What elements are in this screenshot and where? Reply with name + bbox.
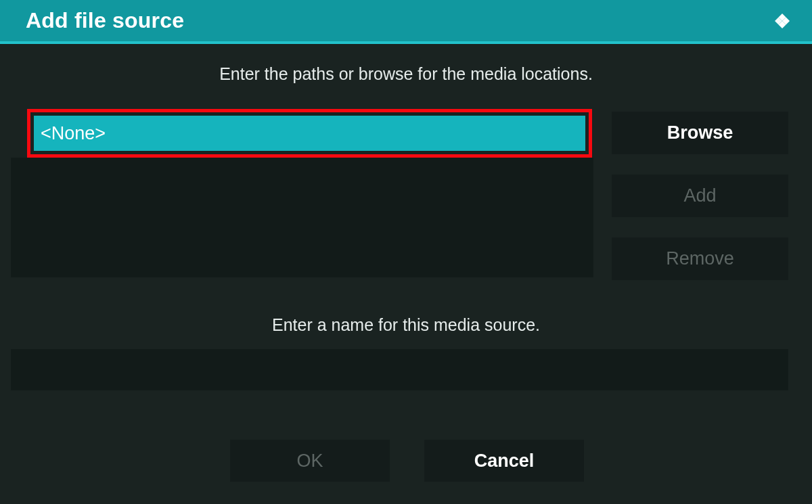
dialog-title: Add file source (26, 8, 184, 33)
dialog-content: Enter the paths or browse for the media … (0, 47, 812, 504)
ok-button-label: OK (296, 451, 323, 472)
browse-button-label: Browse (667, 122, 734, 143)
browse-button[interactable]: Browse (612, 112, 788, 154)
path-value: <None> (41, 123, 106, 144)
cancel-button[interactable]: Cancel (424, 440, 584, 482)
add-button-label: Add (683, 185, 716, 206)
remove-button[interactable]: Remove (612, 237, 788, 280)
path-input-row[interactable]: <None> (34, 116, 585, 151)
instruction-name: Enter a name for this media source. (0, 315, 812, 335)
source-name-input[interactable] (11, 349, 788, 390)
instruction-paths: Enter the paths or browse for the media … (0, 64, 812, 84)
title-bar: Add file source (0, 0, 812, 44)
path-list-area[interactable] (11, 158, 593, 277)
remove-button-label: Remove (666, 248, 734, 269)
kodi-logo-icon (767, 6, 797, 36)
add-button[interactable]: Add (612, 175, 788, 217)
cancel-button-label: Cancel (474, 451, 535, 472)
ok-button[interactable]: OK (230, 440, 390, 482)
path-row-highlight: <None> (27, 109, 592, 158)
